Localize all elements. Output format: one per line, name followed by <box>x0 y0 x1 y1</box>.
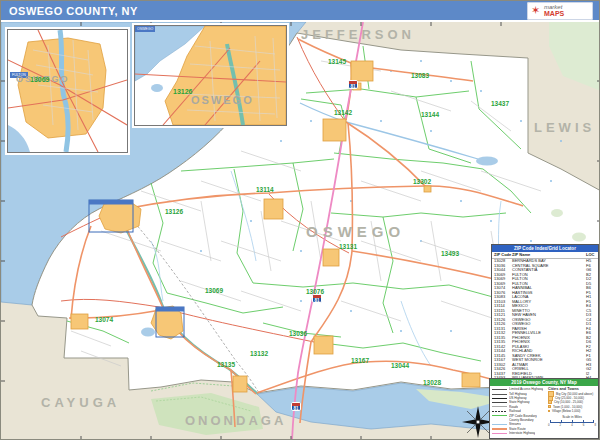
legend-line-label: County Boundary <box>509 418 534 422</box>
legend-line-label: Limited Access Highway <box>509 387 543 391</box>
interstate-81-shield-icon: 81 <box>291 402 301 411</box>
scale-tick-label: 8 <box>594 423 596 427</box>
scale-tick-label: 0 <box>548 423 550 427</box>
legend-line-label: Toll Highway <box>509 392 527 396</box>
scale-tick-label: 6 <box>583 423 585 427</box>
scale-ticks: 02468 <box>548 423 596 427</box>
legend-line-label: Roads <box>509 405 518 409</box>
title-bar: OSWEGO COUNTY, NY ✶ market MAPS <box>1 1 600 22</box>
legend-line-sample <box>492 422 507 426</box>
inset-oswego-zip-label: 13126 <box>173 88 192 95</box>
scale-tick-label: 2 <box>560 423 562 427</box>
city-size-swatch <box>548 400 552 404</box>
legend-line-sample <box>492 431 507 435</box>
county-name-label: JEFFERSON <box>301 27 415 42</box>
legend-line-label: Interstate Highway <box>509 431 535 435</box>
map-page: JEFFERSONLEWISOSWEGOCAYUGAONONDAGA131451… <box>0 0 600 440</box>
zip-code-label: 13074 <box>95 316 113 323</box>
zip-code-label: 13493 <box>441 250 459 257</box>
inset-oswego-county-label: OSWEGO <box>191 94 254 106</box>
zip-code-label: 13036 <box>289 330 307 337</box>
zip-code-label: 13044 <box>391 362 409 369</box>
legend-city-label: Village (Below 1,000) <box>552 409 580 413</box>
zip-code-label: 13144 <box>421 111 439 118</box>
legend-line-sample <box>492 409 507 413</box>
county-name-label: OSWEGO <box>306 223 405 240</box>
legend-line-sample <box>492 427 507 431</box>
city-size-swatch <box>548 405 551 408</box>
map-legend-panel: 2019 Oswego County, NY Map Limited Acces… <box>489 378 599 439</box>
zip-code-label: 13142 <box>334 109 352 116</box>
zip-code-label: 13126 <box>165 208 183 215</box>
county-name-label: ONONDAGA <box>185 413 286 428</box>
zip-code-label: 13145 <box>328 58 346 65</box>
interstate-81-shield-icon: 81 <box>348 80 358 89</box>
legend-line-sample <box>492 414 507 418</box>
legend-line-label: Railroad <box>509 409 521 413</box>
legend-line-sample <box>492 400 507 404</box>
legend-line-sample <box>492 396 507 400</box>
zip-code-label: 13083 <box>411 72 429 79</box>
inset-map-fulton: FULTON OSWEGO 13069 <box>7 29 128 153</box>
legend-line-sample <box>492 405 507 409</box>
zip-code-label: 13131 <box>339 243 357 250</box>
logo-text-line2: MAPS <box>544 10 564 17</box>
legend-line-item: Interstate Highway <box>492 431 548 435</box>
inset-oswego-title: OSWEGO <box>135 26 155 32</box>
zip-index-title: ZIP Code Index/Grid Locator <box>492 245 598 252</box>
zip-code-label: 13437 <box>491 100 509 107</box>
inset-fulton-zip-label: 13069 <box>30 76 49 83</box>
legend-city-item: Village (Below 1,000) <box>548 409 596 413</box>
inset-oswego-canvas <box>135 26 286 125</box>
scale-label: Scale in Miles <box>548 415 596 419</box>
zip-index-rows: 13028BERNHARDS BAYH513036CENTRAL SQUAREF… <box>492 259 598 381</box>
county-name-label: LEWIS <box>534 120 595 135</box>
legend-city-rows: Big City (50,000 and above)City (25,000 … <box>548 392 596 413</box>
interstate-81-shield-icon: 81 <box>312 294 322 303</box>
zip-code-label: 13069 <box>205 287 223 294</box>
scale-bar: Scale in Miles 02468 <box>548 415 596 427</box>
legend-line-sample <box>492 418 507 422</box>
legend-line-label: State Route <box>509 427 526 431</box>
legend-title: 2019 Oswego County, NY Map <box>490 379 598 386</box>
scale-tick-label: 4 <box>571 423 573 427</box>
logo-star-icon: ✶ <box>531 5 540 16</box>
zip-code-index-panel: ZIP Code Index/Grid Locator ZIP CodeZIP … <box>491 244 599 379</box>
zip-code-label: 13114 <box>256 186 274 193</box>
zip-code-label: 13135 <box>217 361 235 368</box>
inset-map-oswego: OSWEGO 13126 OSWEGO <box>134 25 287 126</box>
legend-line-label: State Highway <box>509 400 530 404</box>
inset-fulton-canvas <box>8 30 127 152</box>
legend-line-label: US Highway <box>509 396 527 400</box>
page-title: OSWEGO COUNTY, NY <box>9 5 138 17</box>
legend-subtitle: Cities and Towns <box>548 387 596 391</box>
scale-bar-graphic <box>550 420 594 423</box>
legend-line-label: ZIP Code Boundary <box>509 414 537 418</box>
legend-line-sample <box>492 387 507 391</box>
zip-code-label: 13028 <box>423 379 441 386</box>
legend-line-items: Limited Access HighwayToll HighwayUS Hig… <box>492 387 548 435</box>
legend-line-sample <box>492 392 507 396</box>
legend-line-label: Streams <box>509 422 521 426</box>
zip-code-label: 13132 <box>250 350 268 357</box>
city-size-swatch <box>548 410 550 412</box>
legend-cities: Cities and Towns Big City (50,000 and ab… <box>548 387 596 435</box>
zip-code-label: 13167 <box>351 357 369 364</box>
zip-code-label: 13302 <box>413 178 431 185</box>
county-name-label: CAYUGA <box>41 395 120 410</box>
publisher-logo: ✶ market MAPS <box>527 2 593 20</box>
